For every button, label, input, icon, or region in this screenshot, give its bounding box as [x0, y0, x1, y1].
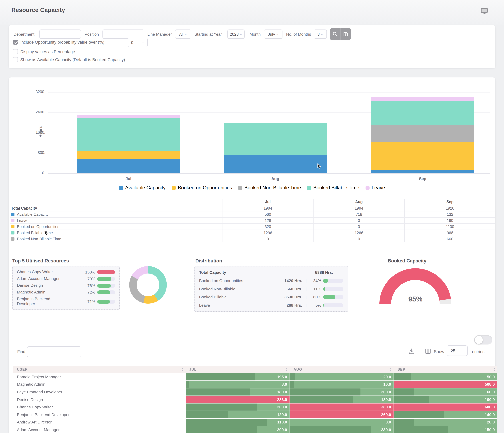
- distribution-row: Booked Billable3530 Hrs.|60%: [199, 295, 343, 299]
- legend-item[interactable]: Available Capacity: [119, 185, 166, 191]
- include-opportunity-checkbox[interactable]: [13, 40, 18, 44]
- series-swatch: [11, 219, 14, 222]
- capacity-cell: 120.0: [185, 411, 289, 418]
- legend-swatch: [365, 186, 369, 190]
- user-table-row[interactable]: Magnetic Admin8.016.0508.0: [13, 380, 497, 388]
- table-toggle[interactable]: [474, 335, 492, 345]
- distribution-separator: |: [302, 287, 310, 291]
- bar-segment: [371, 170, 474, 173]
- capacity-cell: 200.0: [185, 404, 289, 411]
- download-icon[interactable]: [408, 348, 415, 355]
- summary-value: 132: [404, 211, 495, 217]
- user-table-sort-header-aug[interactable]: AUG∧∨: [289, 366, 394, 373]
- distribution-total-row: Total Capacity5888 Hrs.: [199, 270, 343, 275]
- series-swatch: [11, 225, 14, 228]
- summary-row-label: Leave: [10, 217, 222, 223]
- summary-value: 1920: [404, 205, 495, 211]
- user-table-row[interactable]: Faye Frontend Developer180.0200.060.0: [13, 388, 497, 395]
- distribution-separator: |: [302, 295, 310, 299]
- legend-label: Booked Non-Billable Time: [244, 185, 301, 191]
- sort-arrows-icon: ∧∨: [390, 368, 392, 371]
- distribution-label: Booked on Opportunities: [199, 278, 278, 283]
- legend-label: Booked Billable Time: [313, 185, 359, 191]
- display-percentage-checkbox[interactable]: [13, 49, 18, 54]
- distribution-separator: |: [302, 303, 310, 307]
- bar-segment: [371, 125, 474, 142]
- summary-value: 160: [404, 217, 495, 223]
- top5-percent: 72%: [64, 290, 97, 294]
- top5-percent: 79%: [64, 277, 97, 281]
- find-input[interactable]: [27, 346, 81, 357]
- user-table-header: USER∧∨JUL∧∨AUG∧∨SEP∧∨: [13, 366, 497, 373]
- line-manager-select[interactable]: All⌄: [175, 29, 191, 39]
- position-input[interactable]: [102, 29, 144, 39]
- summary-column-header[interactable]: Sep: [404, 199, 495, 205]
- summary-column-header[interactable]: Aug: [313, 199, 404, 205]
- user-table-row[interactable]: Charles Copy Writer200.0360.0600.0: [13, 403, 497, 411]
- user-table-row[interactable]: Adam Account Manager200.0230.0150.0: [13, 426, 497, 433]
- show-entries-input[interactable]: [447, 346, 468, 356]
- header-text: AUG: [294, 367, 302, 371]
- summary-label-text: Leave: [17, 218, 27, 223]
- mouse-cursor: [44, 231, 48, 236]
- top5-utilisation-bar: [97, 290, 115, 294]
- capacity-cell: 360.0: [289, 404, 394, 411]
- capacity-cell: 150.0: [394, 426, 497, 433]
- legend-item[interactable]: Booked Billable Time: [307, 185, 359, 191]
- top5-percent: 71%: [64, 299, 97, 304]
- user-name-cell: Adam Account Manager: [13, 426, 185, 433]
- user-table-row[interactable]: Andrew Art Director110.00.020.0: [13, 418, 497, 426]
- filter-actions: [330, 28, 351, 40]
- search-button[interactable]: [330, 28, 340, 40]
- user-table-sort-header-user[interactable]: USER∧∨: [13, 366, 185, 373]
- save-button[interactable]: [340, 28, 351, 40]
- show-available-checkbox[interactable]: [13, 57, 18, 62]
- legend-item[interactable]: Leave: [365, 185, 385, 191]
- top5-utilisation-bar: [97, 277, 115, 281]
- user-table-row[interactable]: Denise Design283.0180.0100.0: [13, 396, 497, 403]
- summary-value: 0: [313, 236, 404, 242]
- capacity-cell: 230.0: [289, 426, 394, 433]
- department-label: Department: [14, 32, 35, 36]
- capacity-cell: 20.0: [394, 419, 497, 426]
- top5-row: Benjamin Backend Developer71%: [17, 296, 115, 306]
- starting-year-select[interactable]: 2023⌄: [227, 29, 245, 39]
- summary-column-header[interactable]: Jul: [222, 199, 313, 205]
- user-table-row[interactable]: Pamela Project Manager195.020.050.0: [13, 373, 497, 380]
- summary-value: 718: [313, 211, 404, 217]
- distribution-hours: 660 Hrs.: [278, 286, 302, 291]
- user-table-sort-header-sep[interactable]: SEP∧∨: [394, 366, 497, 373]
- legend-label: Leave: [371, 185, 385, 191]
- bar-fill: [97, 277, 111, 281]
- filters-card: Department Position Line Manager All⌄ St…: [9, 25, 495, 68]
- capacity-cell: 600.0: [394, 404, 497, 411]
- user-table-row[interactable]: Benjamin Backend Developer120.0260.0140.…: [13, 411, 497, 418]
- capacity-cell: 260.0: [289, 411, 394, 418]
- utilisation-donut-chart: [129, 266, 167, 304]
- stacked-bar-aug: [224, 123, 327, 173]
- chevron-down-icon: ⌄: [184, 33, 187, 36]
- department-input[interactable]: [39, 29, 81, 39]
- sort-arrows-icon: ∧∨: [286, 368, 288, 371]
- bar-segment: [371, 101, 474, 125]
- y-tick-label: 3200.: [27, 90, 45, 94]
- monitor-icon[interactable]: [481, 8, 488, 14]
- page-title: Resource Capacity: [11, 7, 65, 14]
- chevron-down-icon: ⌄: [240, 33, 242, 36]
- bar-fill: [323, 287, 325, 291]
- columns-icon[interactable]: [425, 348, 431, 355]
- user-name-cell: Magnetic Admin: [13, 381, 185, 388]
- capacity-cell: 180.0: [289, 396, 394, 403]
- capacity-cell: 20.0: [289, 373, 394, 380]
- stacked-bar-jul: [77, 115, 180, 173]
- legend-item[interactable]: Booked on Opportunities: [172, 185, 232, 191]
- user-table-sort-header-jul[interactable]: JUL∧∨: [185, 366, 289, 373]
- legend-item[interactable]: Booked Non-Billable Time: [238, 185, 301, 191]
- user-name-cell: Pamela Project Manager: [13, 373, 185, 380]
- opportunity-probability-select[interactable]: 0⌄: [128, 38, 148, 47]
- gridline: [48, 92, 490, 93]
- month-select[interactable]: July⌄: [264, 29, 282, 39]
- capacity-cell: 100.0: [394, 396, 497, 403]
- months-count-select[interactable]: 3⌄: [314, 29, 327, 39]
- capacity-cell: 0.0: [289, 419, 394, 426]
